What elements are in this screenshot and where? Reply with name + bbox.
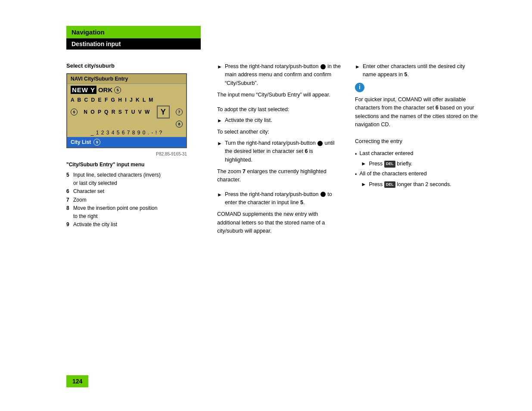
instruction-3-text: Turn the right-hand rotary/push-button u…: [225, 139, 342, 164]
arrow-icon-4: ►: [217, 191, 222, 207]
bullet-dot-1: •: [355, 150, 357, 159]
content-area: Select city/suburb NAVI City/Suburb Entr…: [66, 62, 498, 242]
left-column: Select city/suburb NAVI City/Suburb Entr…: [66, 62, 204, 242]
nav-header: Navigation: [66, 26, 201, 38]
bullet-dot-2: •: [355, 171, 357, 179]
char-row-2-text: N O P Q R S T U V W: [84, 109, 150, 115]
input-selected-text: NEW Y: [71, 86, 96, 94]
instruction-2: ► Activate the city list.: [217, 116, 342, 125]
list-item: 7 Zoom: [66, 196, 204, 204]
item-num-8: 8: [66, 204, 72, 221]
info-icon: i: [355, 83, 364, 92]
item-num-6: 6: [66, 187, 72, 196]
dest-header: Destination input: [66, 38, 201, 50]
info-text: For quicker input, COMAND will offer ava…: [355, 96, 480, 129]
item-text-6: Character set: [73, 187, 104, 196]
instruction-4-text: Press the right-hand rotary/push-button …: [225, 190, 342, 207]
city-list-label: City List: [71, 139, 91, 145]
num-row: _ 1 2 3 4 5 6 7 8 9 0 . - ! ?: [67, 128, 186, 137]
item-num-5: 5: [66, 171, 72, 187]
arrow-icon-1: ►: [217, 63, 222, 87]
screen-top-label: NAVI City/Suburb Entry: [71, 76, 128, 82]
item-num-9: 9: [66, 221, 72, 229]
instruction-1: ► Press the right-hand rotary/push-butto…: [217, 62, 342, 87]
city-list-bar: City List 9: [67, 137, 186, 147]
rotary-button-icon-3: [320, 192, 326, 197]
menu-list: 5 Input line, selected characters (inver…: [66, 171, 204, 229]
screen-caption: P82.85-9165-31: [66, 152, 187, 156]
screen-mockup: NAVI City/Suburb Entry NEW Y ORK 5 A B C…: [66, 73, 187, 148]
nav-title: Navigation: [72, 28, 105, 36]
item-text-5: Input line, selected characters (invers)…: [73, 171, 161, 187]
page-container: Navigation Destination input Select city…: [0, 0, 532, 411]
sub-arrow-1: ► Press DEL briefly.: [361, 160, 480, 168]
page-number: 124: [72, 378, 82, 385]
sub-arrow-icon-2: ►: [361, 181, 366, 189]
right-instruction-1: ► Enter other characters until the desir…: [355, 62, 480, 79]
menu-title: "City/Suburb Entry" input menu: [66, 162, 204, 168]
badge-9: 9: [93, 139, 100, 146]
badge-5: 5: [114, 87, 121, 93]
badge-8-row: 8: [67, 120, 186, 128]
rotary-button-icon-2: [317, 141, 323, 146]
arrow-icon-r1: ►: [355, 63, 360, 79]
char-row-1: A B C D E F G H I J K L M: [67, 96, 186, 104]
screen-input-line: NEW Y ORK 5: [67, 84, 186, 96]
num-row-text: _ 1 2 3 4 5 6 7 8 9 0 . - ! ?: [91, 130, 162, 136]
char-row-2: 6 N O P Q R S T U V W Y 7: [67, 104, 186, 120]
bullet-text-2: All of the characters entered: [359, 170, 426, 179]
info-block: i For quicker input, COMAND will offer a…: [355, 83, 480, 129]
screen-top-bar: NAVI City/Suburb Entry: [67, 74, 186, 84]
rotary-button-icon: [320, 64, 326, 69]
list-item: 9 Activate the city list: [66, 221, 204, 229]
zoom-box: Y: [157, 106, 170, 118]
item-text-9: Activate the city list: [73, 221, 117, 229]
list-item: 6 Character set: [66, 187, 204, 196]
right-instruction-1-text: Enter other characters until the desired…: [363, 62, 480, 79]
mid-column: ► Press the right-hand rotary/push-butto…: [217, 62, 342, 242]
badge-8: 8: [176, 121, 183, 128]
sub-arrow-text-1: Press DEL briefly.: [369, 160, 412, 168]
item-num-7: 7: [66, 196, 72, 204]
item-text-8: Move the insertion point one positionto …: [73, 204, 157, 221]
right-column: ► Enter other characters until the desir…: [355, 62, 480, 242]
instruction-1-text: Press the right-hand rotary/push-button …: [225, 62, 342, 87]
para-1: The input menu “City/Suburb Entry” will …: [217, 91, 342, 99]
page-number-box: 124: [66, 375, 88, 387]
arrow-icon-3: ►: [217, 140, 222, 164]
to-adopt-label: To adopt the city last selected:: [217, 106, 342, 114]
bullet-text-1: Last character entered: [359, 149, 413, 159]
sub-arrow-2: ► Press DEL longer than 2 seconds.: [361, 181, 480, 189]
instruction-3: ► Turn the right-hand rotary/push-button…: [217, 139, 342, 164]
item-text-7: Zoom: [73, 196, 87, 204]
bullet-item-2: • All of the characters entered: [355, 170, 480, 179]
para-2: The zoom 7 enlarges the currently highli…: [217, 168, 342, 184]
para-3: COMAND supplements the new entry with ad…: [217, 210, 342, 235]
correcting-list: • Last character entered ► Press DEL bri…: [355, 149, 480, 189]
del-badge-2: DEL: [384, 181, 395, 188]
section-title: Select city/suburb: [66, 62, 204, 69]
badge-6: 6: [71, 109, 78, 115]
list-item: 5 Input line, selected characters (inver…: [66, 171, 204, 187]
to-select-label: To select another city:: [217, 128, 342, 136]
sub-arrow-text-2: Press DEL longer than 2 seconds.: [369, 181, 451, 189]
badge-7: 7: [176, 109, 183, 115]
list-item: 8 Move the insertion point one positiont…: [66, 204, 204, 221]
dest-title: Destination input: [72, 40, 121, 47]
del-badge-1: DEL: [384, 161, 395, 168]
bullet-item-1: • Last character entered: [355, 149, 480, 159]
instruction-2-text: Activate the city list.: [225, 116, 342, 125]
char-row-1-text: A B C D E F G H I J K L M: [71, 97, 154, 103]
arrow-icon-2: ►: [217, 117, 222, 125]
correcting-title: Correcting the entry: [355, 137, 480, 146]
sub-arrow-icon-1: ►: [361, 160, 366, 168]
instruction-4: ► Press the right-hand rotary/push-butto…: [217, 190, 342, 207]
input-normal-text: ORK: [98, 86, 112, 93]
